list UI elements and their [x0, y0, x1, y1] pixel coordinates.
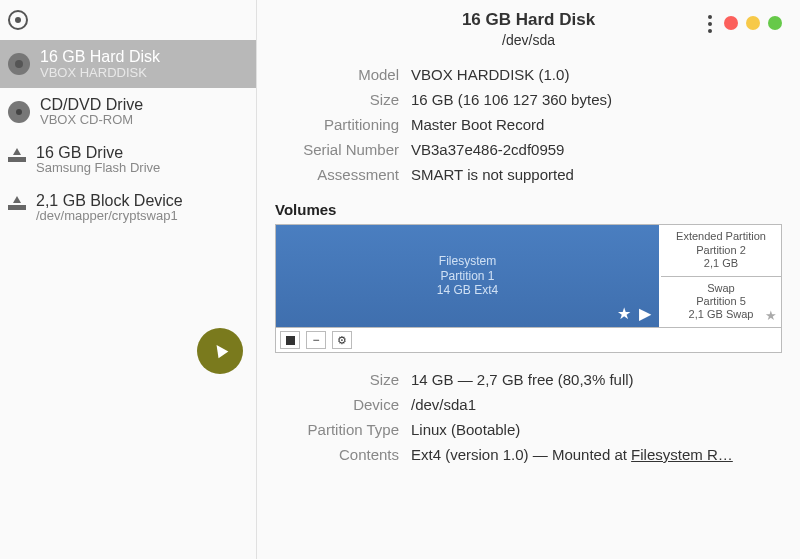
sidebar-item-hard-disk[interactable]: 16 GB Hard Disk VBOX HARDDISK: [0, 40, 256, 88]
detail-label: Model: [275, 66, 411, 83]
detail-row-part-size: Size 14 GB — 2,7 GB free (80,3% full): [275, 367, 782, 392]
detail-row-part-type: Partition Type Linux (Bootable): [275, 417, 782, 442]
partition-details: Size 14 GB — 2,7 GB free (80,3% full) De…: [275, 367, 782, 467]
volume-label: 2,1 GB: [676, 257, 766, 270]
hard-disk-icon: [8, 53, 30, 75]
detail-value: VBOX HARDDISK (1.0): [411, 66, 569, 83]
contents-text: Ext4 (version 1.0) — Mounted at: [411, 446, 631, 463]
detail-label: Size: [275, 371, 411, 388]
detail-label: Serial Number: [275, 141, 411, 158]
unmount-button[interactable]: [280, 331, 300, 349]
detail-value: Linux (Bootable): [411, 421, 520, 438]
window-minimize-button[interactable]: [746, 16, 760, 30]
detail-value: VB3a37e486-2cdf0959: [411, 141, 564, 158]
sidebar-item-cddvd[interactable]: CD/DVD Drive VBOX CD-ROM: [0, 88, 256, 136]
detail-row-assessment: Assessment SMART is not supported: [275, 162, 782, 187]
volume-settings-button[interactable]: ⚙: [332, 331, 352, 349]
sidebar-item-title: CD/DVD Drive: [40, 96, 143, 114]
detail-value: 14 GB — 2,7 GB free (80,3% full): [411, 371, 634, 388]
detail-label: Partition Type: [275, 421, 411, 438]
volume-label: Extended Partition: [676, 230, 766, 243]
detail-label: Size: [275, 91, 411, 108]
sidebar-item-drive[interactable]: 16 GB Drive Samsung Flash Drive: [0, 136, 256, 184]
volume-label: Partition 1: [437, 269, 498, 283]
detail-value: Master Boot Record: [411, 116, 544, 133]
detail-value: /dev/sda1: [411, 396, 476, 413]
device-details: Model VBOX HARDDISK (1.0) Size 16 GB (16…: [275, 62, 782, 187]
disc-icon: [8, 10, 28, 30]
sidebar-item-title: 16 GB Hard Disk: [40, 48, 160, 66]
volume-partition-5[interactable]: Swap Partition 5 2,1 GB Swap ★: [661, 277, 781, 328]
app-root: 16 GB Hard Disk VBOX HARDDISK CD/DVD Dri…: [0, 0, 800, 559]
detail-row-size: Size 16 GB (16 106 127 360 bytes): [275, 87, 782, 112]
detail-row-serial: Serial Number VB3a37e486-2cdf0959: [275, 137, 782, 162]
sidebar-item-block-device[interactable]: 2,1 GB Block Device /dev/mapper/cryptswa…: [0, 184, 256, 232]
detail-label: Device: [275, 396, 411, 413]
block-device-icon: [8, 205, 26, 210]
detail-row-part-device: Device /dev/sda1: [275, 392, 782, 417]
sidebar-item-title: 16 GB Drive: [36, 144, 160, 162]
volumes-section-title: Volumes: [275, 201, 782, 218]
volumes-row: Filesystem Partition 1 14 GB Ext4 ★ ▶ Ex…: [276, 225, 781, 327]
volume-star-play-indicator: ★ ▶: [617, 304, 653, 323]
sidebar-item-title: 2,1 GB Block Device: [36, 192, 183, 210]
main-panel: 16 GB Hard Disk /dev/sda Model VBOX HARD…: [257, 0, 800, 559]
removable-drive-icon: [8, 157, 26, 162]
window-maximize-button[interactable]: [768, 16, 782, 30]
window-controls: [724, 16, 782, 30]
page-subtitle: /dev/sda: [275, 32, 782, 48]
cd-icon: [8, 101, 30, 123]
sidebar-device-list: 16 GB Hard Disk VBOX HARDDISK CD/DVD Dri…: [0, 40, 256, 232]
delete-partition-button[interactable]: −: [306, 331, 326, 349]
detail-label: Partitioning: [275, 116, 411, 133]
sidebar-item-subtitle: /dev/mapper/cryptswap1: [36, 209, 183, 223]
volume-label: Swap: [689, 282, 754, 295]
sidebar-top: [0, 0, 256, 40]
star-icon: ★: [765, 308, 777, 324]
menu-kebab-button[interactable]: [700, 14, 720, 34]
volumes-box: Filesystem Partition 1 14 GB Ext4 ★ ▶ Ex…: [275, 224, 782, 353]
sidebar-item-subtitle: VBOX CD-ROM: [40, 113, 143, 127]
volume-partition-1[interactable]: Filesystem Partition 1 14 GB Ext4 ★ ▶: [276, 225, 661, 327]
detail-value: SMART is not supported: [411, 166, 574, 183]
sidebar: 16 GB Hard Disk VBOX HARDDISK CD/DVD Dri…: [0, 0, 257, 559]
detail-value: 16 GB (16 106 127 360 bytes): [411, 91, 612, 108]
volume-partition-2[interactable]: Extended Partition Partition 2 2,1 GB: [661, 225, 781, 277]
mount-point-link[interactable]: Filesystem R…: [631, 446, 733, 463]
volume-label: Partition 5: [689, 295, 754, 308]
sidebar-item-subtitle: Samsung Flash Drive: [36, 161, 160, 175]
volumes-side: Extended Partition Partition 2 2,1 GB Sw…: [661, 225, 781, 327]
detail-row-partitioning: Partitioning Master Boot Record: [275, 112, 782, 137]
window-close-button[interactable]: [724, 16, 738, 30]
volume-label: 2,1 GB Swap: [689, 308, 754, 321]
volume-label: 14 GB Ext4: [437, 283, 498, 297]
detail-row-model: Model VBOX HARDDISK (1.0): [275, 62, 782, 87]
detail-row-part-contents: Contents Ext4 (version 1.0) — Mounted at…: [275, 442, 782, 467]
sidebar-item-subtitle: VBOX HARDDISK: [40, 66, 160, 80]
detail-label: Assessment: [275, 166, 411, 183]
detail-label: Contents: [275, 446, 411, 463]
volume-label: Filesystem: [437, 254, 498, 268]
volume-label: Partition 2: [676, 244, 766, 257]
detail-value: Ext4 (version 1.0) — Mounted at Filesyst…: [411, 446, 733, 463]
volume-toolbar: − ⚙: [276, 327, 781, 352]
